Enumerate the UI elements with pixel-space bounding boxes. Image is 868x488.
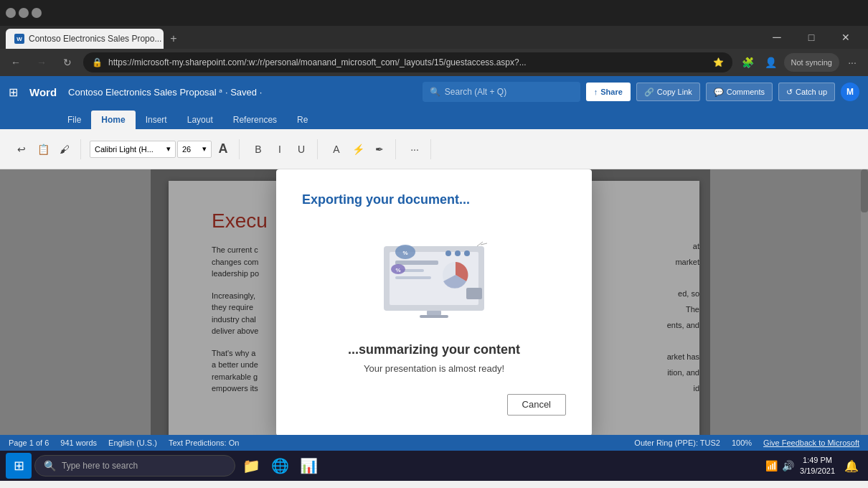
word-header-actions: ↑ Share 🔗 Copy Link 💬 Comments ↺ Catch u… [586, 83, 859, 101]
taskbar: ⊞ 🔍 Type here to search 📁 🌐 📊 📶 🔊 1:49 P… [0, 451, 868, 481]
window-controls [6, 8, 42, 18]
maximize-button[interactable] [19, 8, 29, 18]
svg-rect-16 [427, 311, 441, 315]
modal-description: Your presentation is almost ready! [364, 363, 504, 374]
font-large-button[interactable]: A [213, 139, 233, 159]
start-button[interactable]: ⊞ [6, 453, 32, 479]
clock[interactable]: 1:49 PM 3/19/2021 [800, 455, 835, 477]
page-info: Page 1 of 6 [9, 438, 49, 447]
taskbar-edge[interactable]: 🌐 [267, 453, 293, 479]
address-bar-row: ← → ↻ 🔒 https://microsoft-my.sharepoint.… [0, 49, 868, 76]
browser-maximize-btn[interactable]: □ [795, 26, 828, 49]
modal-overlay: Exporting your document... [0, 169, 868, 435]
export-modal: Exporting your document... [276, 169, 592, 435]
comments-button[interactable]: 💬 Comments [706, 83, 773, 101]
word-logo: Word [24, 86, 62, 98]
tab-home[interactable]: Home [91, 111, 135, 129]
svg-rect-17 [420, 315, 448, 318]
active-tab[interactable]: W Contoso Electronics Sales Propo... ✕ [6, 29, 164, 49]
tab-file[interactable]: File [57, 111, 91, 129]
address-bar[interactable]: 🔒 https://microsoft-my.sharepoint.com/:w… [83, 52, 732, 72]
text-color-button[interactable]: A [326, 139, 346, 159]
close-button[interactable] [32, 8, 42, 18]
share-icon: ↑ [594, 88, 598, 96]
clipboard-button[interactable]: 📋 [33, 139, 53, 159]
tab-references[interactable]: References [223, 111, 287, 129]
font-dropdown-icon: ▾ [166, 144, 171, 154]
highlight-button[interactable]: ⚡ [348, 139, 368, 159]
modal-footer: Cancel [507, 394, 566, 416]
taskbar-search[interactable]: 🔍 Type here to search [34, 455, 235, 477]
svg-text:%: % [402, 250, 407, 256]
style-group: B I U [242, 139, 318, 159]
svg-point-10 [445, 250, 451, 256]
font-group: Calibri Light (H... ▾ 26 ▾ A [84, 139, 240, 159]
apps-grid-icon[interactable]: ⊞ [9, 85, 18, 99]
svg-point-12 [464, 250, 470, 256]
search-icon: 🔍 [44, 460, 56, 471]
refresh-button[interactable]: ↻ [57, 52, 77, 72]
link-icon: 🔗 [644, 88, 654, 97]
undo-group: ↩ 📋 🖌 [6, 139, 81, 159]
word-tab-icon: W [14, 34, 24, 44]
underline-button[interactable]: U [291, 139, 311, 159]
not-syncing-button[interactable]: Not syncing [784, 53, 839, 72]
doc-title: Contoso Electronics Sales Proposal ᵃ · S… [68, 87, 417, 98]
browser-close-btn[interactable]: ✕ [829, 26, 862, 49]
volume-icon[interactable]: 🔊 [782, 460, 794, 471]
svg-rect-4 [395, 276, 431, 279]
copy-link-button[interactable]: 🔗 Copy Link [636, 83, 700, 101]
tab-insert[interactable]: Insert [136, 111, 177, 129]
size-dropdown-icon: ▾ [202, 144, 207, 154]
tab-review[interactable]: Re [287, 111, 318, 129]
taskbar-powerpoint[interactable]: 📊 [296, 453, 321, 479]
browser-chrome [0, 0, 868, 26]
address-text: https://microsoft-my.sharepoint.com/:w:/… [108, 57, 707, 67]
undo-button[interactable]: ↩ [11, 139, 32, 159]
date-display: 3/19/2021 [800, 466, 835, 477]
font-size-selector[interactable]: 26 ▾ [177, 141, 212, 158]
ribbon-bar: ↩ 📋 🖌 Calibri Light (H... ▾ 26 ▾ A B I U… [0, 129, 868, 169]
cancel-button[interactable]: Cancel [507, 394, 566, 416]
feedback-link[interactable]: Give Feedback to Microsoft [763, 438, 859, 447]
status-bar: Page 1 of 6 941 words English (U.S.) Tex… [0, 435, 868, 451]
svg-line-13 [477, 242, 483, 246]
new-tab-button[interactable]: + [164, 29, 184, 49]
tab-label: Contoso Electronics Sales Propo... [29, 34, 161, 44]
format-painter-button[interactable]: 🖌 [55, 139, 75, 159]
italic-button[interactable]: I [270, 139, 290, 159]
modal-title: Exporting your document... [302, 192, 470, 207]
user-avatar[interactable]: M [841, 83, 859, 101]
more-menu-button[interactable]: ··· [842, 52, 862, 72]
svg-rect-15 [466, 288, 482, 299]
not-syncing-label: Not syncing [791, 58, 832, 67]
zoom-level: 100% [732, 438, 752, 447]
toolbar-icons: 🧩 👤 Not syncing ··· [738, 52, 862, 72]
taskbar-explorer[interactable]: 📁 [238, 453, 264, 479]
tab-bar: W Contoso Electronics Sales Propo... ✕ +… [0, 26, 868, 49]
back-button[interactable]: ← [6, 52, 26, 72]
notification-button[interactable]: 🔔 [841, 455, 862, 477]
word-search-placeholder: Search (Alt + Q) [445, 87, 506, 97]
paragraph-group: A ⚡ ✒ [321, 139, 396, 159]
svg-line-14 [481, 243, 487, 245]
taskbar-search-placeholder: Type here to search [62, 461, 138, 471]
bold-button[interactable]: B [248, 139, 268, 159]
forward-button[interactable]: → [32, 52, 52, 72]
extensions-button[interactable]: 🧩 [738, 52, 758, 72]
minimize-button[interactable] [6, 8, 16, 18]
pen-button[interactable]: ✒ [369, 139, 390, 159]
catch-up-button[interactable]: ↺ Catch up [778, 83, 835, 101]
svg-point-11 [455, 250, 461, 256]
share-button[interactable]: ↑ Share [586, 83, 631, 101]
svg-rect-2 [395, 261, 438, 265]
word-search-bar[interactable]: 🔍 Search (Alt + Q) [423, 82, 580, 102]
browser-minimize-btn[interactable]: ─ [760, 26, 793, 49]
network-icon[interactable]: 📶 [765, 460, 778, 471]
browser-profile-button[interactable]: 👤 [761, 52, 781, 72]
text-predictions: Text Predictions: On [169, 438, 239, 447]
more-ribbon-button[interactable]: ··· [405, 139, 425, 159]
font-family-selector[interactable]: Calibri Light (H... ▾ [90, 141, 176, 158]
ring-location: Outer Ring (PPE): TUS2 [634, 438, 720, 447]
tab-layout[interactable]: Layout [177, 111, 223, 129]
